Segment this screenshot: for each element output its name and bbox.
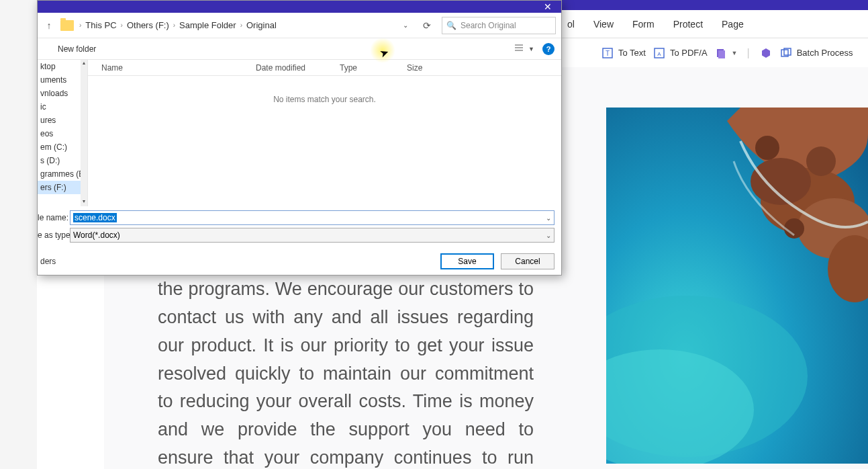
sidebar-item-drive-f[interactable]: ers (F:) bbox=[38, 181, 87, 194]
header-size[interactable]: Size bbox=[407, 63, 461, 73]
crumb-others-f[interactable]: Others (F:) bbox=[127, 20, 169, 30]
save-button[interactable]: Save bbox=[440, 253, 494, 269]
sidebar-item-documents[interactable]: uments bbox=[38, 73, 87, 87]
svg-point-17 bbox=[806, 146, 836, 176]
filetype-label: e as type: bbox=[38, 230, 70, 240]
toolbar-separator: | bbox=[747, 47, 750, 59]
search-input[interactable]: 🔍 Search Original bbox=[442, 17, 556, 34]
filename-input[interactable]: scene.docx ⌄ bbox=[70, 210, 554, 225]
header-date[interactable]: Date modified bbox=[256, 63, 340, 73]
sidebar-item-downloads[interactable]: vnloads bbox=[38, 87, 87, 100]
up-arrow-icon: ↑ bbox=[47, 20, 52, 31]
to-pdfa-button[interactable]: A To PDF/A bbox=[653, 46, 708, 60]
chevron-down-icon: ▼ bbox=[528, 46, 534, 52]
convert-more-icon bbox=[714, 46, 728, 60]
sidebar-item-drive-c[interactable]: em (C:) bbox=[38, 140, 87, 154]
svg-text:A: A bbox=[657, 51, 661, 57]
document-image bbox=[606, 108, 868, 464]
svg-marker-6 bbox=[762, 48, 770, 58]
filename-value: scene.docx bbox=[73, 213, 117, 222]
filetype-select[interactable]: Word(*.docx) ⌄ bbox=[70, 228, 554, 243]
hexagon-tool-button[interactable] bbox=[759, 46, 773, 60]
text-icon: T bbox=[601, 46, 614, 60]
svg-point-18 bbox=[784, 218, 804, 239]
list-view-icon bbox=[515, 44, 526, 54]
filename-label: le name: bbox=[38, 213, 70, 222]
crumb-this-pc[interactable]: This PC bbox=[85, 20, 116, 30]
sidebar-item-videos[interactable]: eos bbox=[38, 127, 87, 140]
dialog-toolbar: New folder ▼ ? bbox=[38, 38, 561, 60]
save-dialog: ✕ ↑ › This PC › Others (F:) › Sample Fol… bbox=[37, 0, 562, 275]
search-placeholder: Search Original bbox=[461, 21, 516, 30]
svg-text:T: T bbox=[606, 50, 610, 57]
scroll-down-icon[interactable]: ▾ bbox=[81, 198, 87, 206]
chevron-down-icon[interactable]: ⌄ bbox=[546, 214, 551, 222]
filetype-value: Word(*.docx) bbox=[73, 230, 120, 240]
chevron-right-icon: › bbox=[173, 22, 175, 29]
batch-icon bbox=[779, 46, 793, 60]
crumb-sample-folder[interactable]: Sample Folder bbox=[179, 20, 236, 30]
refresh-button[interactable]: ⟳ bbox=[418, 20, 436, 31]
dropdown-icon: ▼ bbox=[732, 50, 738, 56]
svg-point-16 bbox=[755, 136, 779, 160]
help-icon: ? bbox=[546, 45, 551, 53]
dialog-fields: le name: scene.docx ⌄ e as type: Word(*.… bbox=[38, 206, 561, 249]
svg-rect-5 bbox=[718, 50, 725, 58]
sidebar-item-drive-d[interactable]: s (D:) bbox=[38, 154, 87, 167]
sidebar-scrollbar[interactable]: ▴ ▾ bbox=[81, 60, 87, 206]
refresh-icon: ⟳ bbox=[423, 20, 431, 31]
hexagon-icon bbox=[759, 46, 773, 60]
menu-protect[interactable]: Protect bbox=[673, 19, 703, 30]
sidebar-item-drive-e[interactable]: grammes (E:) bbox=[38, 167, 87, 181]
to-pdfa-label: To PDF/A bbox=[670, 48, 708, 58]
breadcrumb[interactable]: › This PC › Others (F:) › Sample Folder … bbox=[79, 20, 393, 30]
dialog-nav-row: ↑ › This PC › Others (F:) › Sample Folde… bbox=[38, 13, 561, 38]
more-convert-button[interactable]: ▼ bbox=[714, 46, 738, 60]
breadcrumb-dropdown[interactable]: ⌄ bbox=[399, 22, 412, 29]
crumb-original[interactable]: Original bbox=[246, 20, 277, 30]
menu-form[interactable]: Form bbox=[632, 19, 655, 30]
menu-tool-partial[interactable]: ol bbox=[567, 19, 575, 30]
new-folder-button[interactable]: New folder bbox=[58, 44, 96, 54]
chevron-right-icon: › bbox=[121, 22, 123, 29]
cancel-button[interactable]: Cancel bbox=[501, 253, 554, 269]
close-button[interactable]: ✕ bbox=[534, 1, 561, 13]
chevron-right-icon: › bbox=[240, 22, 242, 29]
empty-message: No items match your search. bbox=[88, 76, 561, 123]
sidebar-item-desktop[interactable]: ktop bbox=[38, 60, 87, 73]
pdfa-icon: A bbox=[653, 46, 666, 60]
to-text-label: To Text bbox=[618, 48, 646, 58]
menu-page[interactable]: Page bbox=[722, 19, 744, 30]
chevron-down-icon[interactable]: ⌄ bbox=[546, 232, 551, 239]
menu-view[interactable]: View bbox=[593, 19, 614, 30]
folder-tree-sidebar[interactable]: ktop uments vnloads ic ures eos em (C:) … bbox=[38, 60, 88, 206]
close-icon: ✕ bbox=[544, 1, 552, 12]
column-headers: Name Date modified Type Size bbox=[88, 60, 561, 76]
dialog-titlebar[interactable]: ✕ bbox=[38, 1, 561, 13]
dialog-body: ktop uments vnloads ic ures eos em (C:) … bbox=[38, 60, 561, 206]
to-text-button[interactable]: T To Text bbox=[601, 46, 646, 60]
batch-label: Batch Process bbox=[797, 48, 853, 58]
batch-process-button[interactable]: Batch Process bbox=[779, 46, 853, 60]
help-button[interactable]: ? bbox=[542, 43, 554, 55]
folder-icon bbox=[60, 20, 74, 31]
dialog-button-row: ders Save Cancel bbox=[38, 249, 561, 276]
view-mode-button[interactable]: ▼ bbox=[515, 44, 534, 54]
up-button[interactable]: ↑ bbox=[43, 19, 55, 32]
sidebar-item-pictures[interactable]: ures bbox=[38, 114, 87, 127]
scroll-up-icon[interactable]: ▴ bbox=[81, 60, 87, 68]
header-name[interactable]: Name bbox=[101, 63, 256, 73]
sidebar-item-music[interactable]: ic bbox=[38, 100, 87, 114]
file-list[interactable]: Name Date modified Type Size No items ma… bbox=[88, 60, 561, 206]
header-type[interactable]: Type bbox=[340, 63, 407, 73]
chevron-down-icon: ⌄ bbox=[403, 22, 408, 29]
chevron-right-icon: › bbox=[79, 22, 81, 29]
hide-folders-toggle[interactable]: ders bbox=[40, 257, 56, 266]
search-icon: 🔍 bbox=[446, 21, 456, 30]
